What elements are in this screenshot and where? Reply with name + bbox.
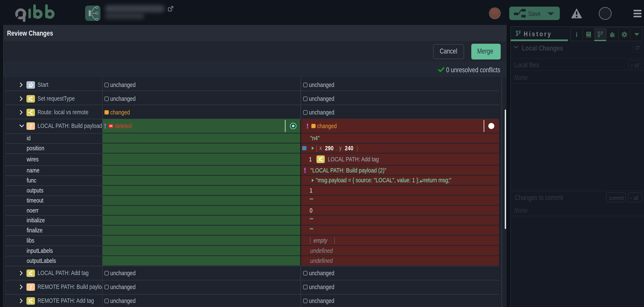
- svg-text:i: i: [576, 30, 578, 38]
- svg-text:f: f: [30, 284, 33, 291]
- svg-text:f: f: [30, 122, 33, 130]
